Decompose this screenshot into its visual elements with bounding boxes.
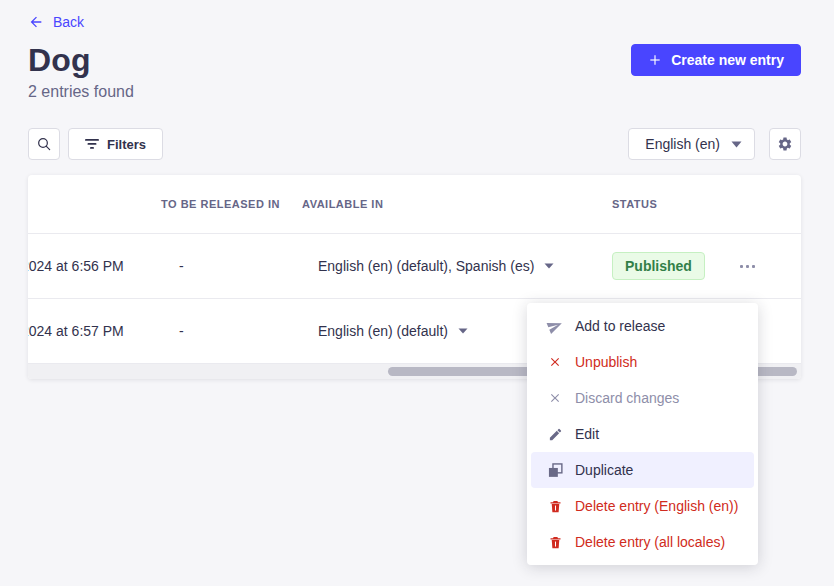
- back-label: Back: [53, 14, 84, 30]
- menu-item-delete-entry-all-locales[interactable]: Delete entry (all locales): [527, 524, 758, 560]
- menu-item-duplicate[interactable]: Duplicate: [531, 452, 754, 488]
- create-new-entry-button[interactable]: Create new entry: [631, 44, 801, 76]
- cell-status: Published: [588, 252, 718, 280]
- menu-item-delete-entry-locale[interactable]: Delete entry (English (en)): [527, 488, 758, 524]
- locale-select[interactable]: English (en): [628, 128, 755, 160]
- cell-available-in: English (en) (default), Spanish (es): [302, 258, 588, 274]
- menu-item-add-to-release[interactable]: Add to release: [527, 308, 758, 344]
- entries-count: 2 entries found: [28, 83, 801, 101]
- chevron-down-icon: [731, 141, 742, 148]
- trash-icon: [547, 499, 563, 514]
- cell-actions: [718, 259, 801, 274]
- column-header-to-be-released-in: TO BE RELEASED IN: [161, 198, 302, 210]
- cell-updated-at: 2024 at 6:56 PM: [28, 258, 161, 274]
- cell-to-be-released-in: -: [161, 258, 302, 274]
- menu-item-discard-changes: Discard changes: [527, 380, 758, 416]
- send-icon: [547, 318, 563, 334]
- search-icon: [36, 136, 52, 152]
- cross-icon: [547, 391, 563, 405]
- toolbar-left: Filters: [28, 128, 163, 160]
- ellipsis-icon: [740, 265, 743, 268]
- pencil-icon: [547, 427, 563, 442]
- settings-button[interactable]: [769, 128, 801, 160]
- arrow-left-icon: [28, 14, 44, 30]
- back-link[interactable]: Back: [28, 14, 84, 30]
- chevron-down-icon[interactable]: [544, 263, 554, 269]
- search-button[interactable]: [28, 128, 60, 160]
- create-new-entry-label: Create new entry: [671, 52, 784, 68]
- cell-to-be-released-in: -: [161, 323, 302, 339]
- trash-icon: [547, 535, 563, 550]
- title-row: Dog Create new entry: [28, 41, 801, 79]
- chevron-down-icon[interactable]: [458, 328, 468, 334]
- available-in-value: English (en) (default): [318, 323, 448, 339]
- locale-select-value: English (en): [645, 136, 720, 152]
- page-title: Dog: [28, 42, 91, 79]
- column-header-available-in: AVAILABLE IN: [302, 198, 588, 210]
- menu-item-edit[interactable]: Edit: [527, 416, 758, 452]
- cross-icon: [547, 355, 563, 369]
- toolbar-right: English (en): [628, 128, 801, 160]
- menu-item-unpublish[interactable]: Unpublish: [527, 344, 758, 380]
- column-header-status: STATUS: [588, 198, 718, 210]
- status-badge: Published: [612, 252, 705, 280]
- gear-icon: [777, 136, 793, 152]
- table-header: TO BE RELEASED IN AVAILABLE IN STATUS: [28, 175, 801, 234]
- filters-button[interactable]: Filters: [68, 128, 163, 160]
- duplicate-icon: [547, 463, 563, 478]
- available-in-value: English (en) (default), Spanish (es): [318, 258, 534, 274]
- context-menu: Add to release Unpublish Discard changes…: [527, 303, 758, 565]
- filters-label: Filters: [107, 137, 146, 152]
- table-row[interactable]: 2024 at 6:56 PM - English (en) (default)…: [28, 234, 801, 299]
- plus-icon: [648, 53, 662, 67]
- toolbar: Filters English (en): [28, 128, 801, 160]
- row-actions-button[interactable]: [738, 259, 757, 274]
- filter-icon: [85, 139, 99, 149]
- cell-updated-at: 2024 at 6:57 PM: [28, 323, 161, 339]
